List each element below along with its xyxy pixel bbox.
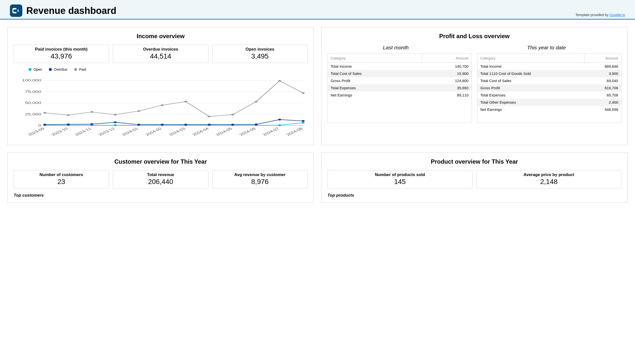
- stat-value: 44,514: [116, 52, 205, 60]
- svg-point-29: [208, 124, 211, 126]
- stat-open-invoices: Open invoices 3,495: [212, 45, 308, 63]
- svg-point-30: [231, 124, 234, 126]
- svg-text:2024-08: 2024-08: [285, 127, 304, 136]
- svg-point-20: [278, 124, 281, 126]
- legend-dot-icon: [74, 68, 77, 71]
- cell-category: Net Earnings: [477, 106, 584, 113]
- pl-title: Profit and Loss overview: [327, 33, 621, 40]
- legend-label: Overdue: [54, 68, 67, 72]
- cell-category: Total Expenses: [477, 92, 584, 99]
- cell-amount: 89,110: [422, 92, 471, 99]
- svg-point-28: [184, 124, 187, 126]
- table-row: Total Other Expenses2,400: [477, 99, 621, 106]
- svg-text:75,000: 75,000: [25, 90, 41, 94]
- svg-text:2024-07: 2024-07: [261, 127, 280, 136]
- col-amount: Amount: [422, 54, 471, 63]
- cell-amount: 124,800: [422, 77, 471, 84]
- table-row: Total Expenses35,690: [328, 84, 471, 92]
- cell-amount: 548,598: [584, 106, 621, 113]
- legend-dot-icon: [29, 68, 32, 71]
- top-products-label: Top products: [327, 193, 621, 198]
- svg-point-23: [67, 124, 70, 125]
- legend-dot-icon: [49, 68, 52, 71]
- template-credit-link[interactable]: Coupler.io: [609, 13, 625, 17]
- table-row: Total Expenses65,708: [477, 92, 621, 99]
- customer-overview-panel: Customer overview for This Year Number o…: [8, 152, 314, 202]
- customer-title: Customer overview for This Year: [14, 158, 308, 165]
- svg-text:2023-09: 2023-09: [27, 127, 45, 136]
- cell-category: Total Expenses: [328, 84, 422, 92]
- table-row: Total Income689,646: [477, 63, 621, 70]
- svg-text:50,000: 50,000: [25, 101, 41, 105]
- cell-amount: 616,706: [584, 84, 621, 92]
- svg-point-43: [255, 101, 258, 102]
- top-customers-label: Top customers: [14, 193, 308, 198]
- svg-text:2024-03: 2024-03: [167, 127, 186, 136]
- svg-text:2023-10: 2023-10: [50, 127, 69, 136]
- stat-label: Avg revenue by customer: [215, 172, 305, 177]
- income-title: Income overview: [14, 33, 308, 40]
- col-category: Category: [477, 54, 584, 63]
- svg-text:2024-04: 2024-04: [191, 127, 210, 136]
- cell-amount: 35,690: [422, 84, 471, 92]
- svg-text:2024-01: 2024-01: [121, 127, 139, 136]
- pl-ytd-table: Category Amount Total Income689,646Total…: [477, 54, 621, 123]
- table-row: Total 1110 Cost of Goods Sold3,900: [477, 70, 621, 77]
- header: Revenue dashboard Template provided by C…: [0, 0, 635, 20]
- cell-category: Total Other Expenses: [477, 99, 584, 106]
- cell-amount: 15,900: [422, 70, 471, 77]
- table-row: Net Earnings89,110: [328, 92, 471, 99]
- svg-text:0: 0: [38, 124, 41, 127]
- stat-value: 3,495: [215, 52, 305, 60]
- stat-value: 145: [330, 178, 470, 186]
- stat-label: Total revenue: [116, 172, 205, 177]
- cell-amount: 2,400: [584, 99, 621, 106]
- legend-item-overdue: Overdue: [49, 68, 67, 72]
- table-row: Gross Profit616,706: [477, 84, 621, 92]
- stat-value: 23: [16, 178, 106, 186]
- stat-num-products: Number of products sold 145: [327, 170, 472, 188]
- svg-point-45: [302, 92, 305, 94]
- legend-label: Open: [34, 68, 42, 72]
- cell-category: Total Cost of Sales: [328, 70, 422, 77]
- cell-category: Total Income: [328, 63, 422, 70]
- cell-category: Total 1110 Cost of Goods Sold: [477, 70, 584, 77]
- stat-avg-price: Average price by product 2,148: [476, 170, 621, 188]
- stat-total-revenue: Total revenue 206,440: [113, 170, 208, 188]
- template-credit-text: Template provided by: [575, 13, 609, 17]
- cell-category: Net Earnings: [328, 92, 422, 99]
- cell-amount: 65,708: [584, 92, 621, 99]
- app-logo: [10, 4, 22, 17]
- stat-value: 43,976: [16, 52, 106, 60]
- svg-text:100,000: 100,000: [22, 78, 42, 82]
- page-title: Revenue dashboard: [26, 6, 116, 16]
- stat-label: Number of customers: [16, 172, 106, 177]
- product-overview-panel: Product overview for This Year Number of…: [321, 152, 627, 202]
- profit-loss-panel: Profit and Loss overview Last month This…: [321, 27, 627, 145]
- table-row: Total Cost of Sales69,040: [477, 77, 621, 84]
- template-credit: Template provided by Coupler.io: [575, 13, 625, 17]
- income-overview-panel: Income overview Paid invoices (this mont…: [8, 27, 314, 145]
- stat-label: Average price by product: [479, 172, 619, 177]
- table-row: Total Income140,700: [328, 63, 471, 70]
- stat-overdue-invoices: Overdue invoices 44,514: [113, 45, 208, 63]
- customer-stat-row: Number of customers 23 Total revenue 206…: [14, 170, 308, 188]
- svg-point-21: [302, 122, 305, 124]
- col-amount: Amount: [584, 54, 621, 63]
- svg-point-24: [90, 123, 94, 125]
- cell-category: Total Cost of Sales: [477, 77, 584, 84]
- svg-point-40: [184, 101, 187, 102]
- product-stat-row: Number of products sold 145 Average pric…: [327, 170, 621, 188]
- table-row: Total Cost of Sales15,900: [328, 70, 471, 77]
- stat-label: Number of products sold: [330, 172, 470, 177]
- svg-point-13: [114, 124, 117, 126]
- pl-last-month-label: Last month: [383, 45, 409, 50]
- svg-point-37: [114, 114, 117, 116]
- svg-point-22: [43, 124, 46, 126]
- cell-category: Gross Profit: [477, 84, 584, 92]
- svg-text:2023-12: 2023-12: [97, 127, 116, 136]
- svg-point-42: [231, 114, 234, 116]
- pl-ytd-label: This year to date: [527, 45, 566, 50]
- stat-avg-revenue: Avg revenue by customer 8,976: [212, 170, 308, 188]
- svg-point-27: [161, 124, 164, 126]
